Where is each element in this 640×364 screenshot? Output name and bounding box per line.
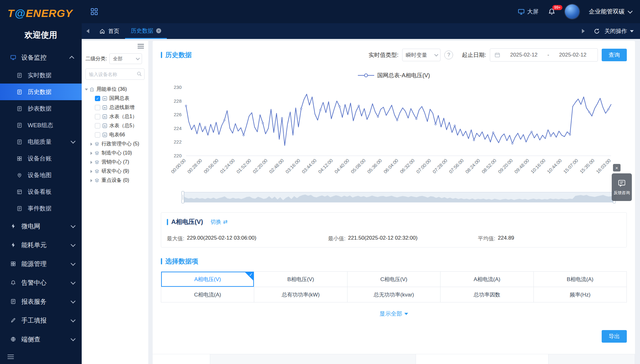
max-stat: 最大值: 229.00(2025-02-12 03:06:00) [167, 235, 328, 242]
avatar[interactable] [565, 4, 579, 19]
feedback-label: 反馈咨询 [614, 190, 630, 196]
table-header-cell [416, 354, 549, 364]
sidebar-item-8[interactable]: 设备看板 [0, 183, 82, 200]
sidebar-item-14[interactable]: 报表服务 [0, 292, 82, 311]
tree-group-4[interactable]: 重点设备 (0) [85, 176, 145, 185]
export-button[interactable]: 导出 [602, 330, 627, 343]
data-item-1[interactable]: B相电压(V) [254, 272, 347, 287]
checkbox[interactable] [95, 132, 100, 138]
help-icon[interactable]: ? [444, 51, 453, 59]
data-item-8[interactable]: 总功率因数 [440, 287, 533, 302]
svg-text:01:24:00: 01:24:00 [219, 158, 236, 174]
logo-text-t: T [8, 7, 14, 19]
selector-title-label: 选择数据项 [165, 257, 198, 266]
tabs-scroll-right[interactable] [577, 23, 589, 39]
realtime-type-select[interactable]: 瞬时变量 [402, 49, 440, 61]
data-item-label: B相电压(V) [287, 276, 314, 283]
svg-text:07:28:00: 07:28:00 [431, 158, 448, 174]
sidebar-item-15[interactable]: 手工填报 [0, 311, 82, 330]
stats-title: A相电压(V) [167, 218, 203, 226]
min-value: 221.50(2025-02-12 02:32:00) [348, 235, 418, 242]
checkbox[interactable] [95, 114, 100, 119]
sidebar-item-6[interactable]: 设备台账 [0, 150, 82, 167]
sidebar-item-1[interactable]: 实时数据 [0, 67, 82, 84]
switch-metric-link[interactable]: 切换 ⇄ [211, 218, 227, 225]
tree-group-2[interactable]: 营销中心 (7) [85, 158, 145, 167]
data-item-5[interactable]: C相电流(A) [161, 287, 254, 302]
chevron-down-icon [136, 56, 140, 60]
sidebar-item-7[interactable]: 设备地图 [0, 167, 82, 183]
logo-text-at: @ [15, 7, 25, 19]
sidebar-item-16[interactable]: 端侧查 [0, 330, 82, 349]
svg-text:16:03:00: 16:03:00 [595, 158, 612, 174]
chevron-down-icon [71, 317, 76, 322]
svg-text:07:56:00: 07:56:00 [448, 158, 465, 174]
tree-collapse-icon[interactable] [138, 46, 144, 46]
data-item-9[interactable]: 频率(Hz) [534, 287, 627, 302]
checkbox[interactable] [95, 105, 100, 110]
device-search-input[interactable] [85, 68, 145, 80]
tree-group-0[interactable]: 行政管理中心 (5) [85, 139, 145, 149]
sidebar-item-5[interactable]: 电能质量 [0, 133, 82, 150]
sidebar-item-label: WEB组态 [28, 121, 53, 129]
tab-history-data[interactable]: 历史数据 × [125, 23, 167, 39]
feedback-widget[interactable]: 反馈咨询 [612, 173, 632, 201]
tab-home[interactable]: 首页 [94, 23, 125, 39]
tree-device-4[interactable]: 电表66 [85, 130, 145, 139]
collapse-sidebar-icon[interactable] [8, 356, 14, 357]
chart-legend[interactable]: 国网总表-A相电压(V) [153, 72, 635, 79]
query-button[interactable]: 查询 [602, 49, 627, 61]
history-line-chart[interactable]: 22022222422622823000:00:0000:28:0000:56:… [161, 82, 627, 207]
feedback-close-button[interactable]: × [613, 164, 621, 171]
tree-device-1[interactable]: 总进线新增 [85, 103, 145, 112]
big-screen-button[interactable]: 大屏 [518, 8, 539, 15]
sidebar-item-11[interactable]: 能耗单元 [0, 236, 82, 254]
sidebar-item-0[interactable]: 设备监控 [0, 48, 82, 67]
sidebar-item-12[interactable]: 能源管理 [0, 254, 82, 273]
sidebar-item-13[interactable]: 告警中心 [0, 273, 82, 292]
category-filter-label: 二级分类: [85, 56, 107, 62]
start-date[interactable]: 2025-02-12 [503, 52, 544, 58]
svg-text:03:16:00: 03:16:00 [284, 158, 301, 174]
category-select[interactable]: 全部 [109, 53, 142, 64]
sidebar-item-2[interactable]: 历史数据 [0, 84, 82, 100]
data-item-3[interactable]: A相电流(A) [440, 272, 533, 287]
sidebar-item-3[interactable]: 抄表数据 [0, 100, 82, 117]
date-range-picker[interactable]: 2025-02-12 - 2025-02-12 [490, 48, 598, 62]
tree-group-label: 行政管理中心 (5) [101, 141, 139, 147]
close-tab-icon[interactable]: × [156, 28, 161, 33]
sidebar-item-9[interactable]: 事件数据 [0, 200, 82, 217]
building-icon [90, 87, 94, 92]
triangle-right-icon [582, 29, 585, 33]
checkbox[interactable]: ✓ [95, 96, 100, 101]
notifications-button[interactable]: 99+ [548, 8, 555, 15]
show-all-label: 显示全部 [380, 310, 402, 318]
sidebar-item-10[interactable]: 微电网 [0, 217, 82, 236]
apps-grid-icon[interactable] [90, 8, 98, 15]
checkbox[interactable] [95, 123, 100, 128]
org-switcher[interactable]: 企业能管双碳 [589, 8, 631, 16]
tree-device-2[interactable]: 水表（总1） [85, 112, 145, 121]
calendar-icon [495, 52, 500, 58]
logo-text-energy: ENERGY [26, 7, 73, 19]
tree-device-3[interactable]: 水表（总5） [85, 121, 145, 130]
max-value: 229.00(2025-02-12 03:06:00) [187, 235, 256, 242]
show-all-toggle[interactable]: 显示全部 [153, 310, 635, 318]
close-operations-dropdown[interactable]: 关闭操作 [604, 27, 634, 35]
tabs-scroll-left[interactable] [82, 23, 94, 39]
refresh-icon[interactable] [594, 28, 600, 35]
data-item-4[interactable]: B相电流(A) [534, 272, 627, 287]
tree-device-label: 水表（总5） [109, 122, 137, 129]
end-date[interactable]: 2025-02-12 [552, 52, 593, 58]
tree-group-3[interactable]: 研发中心 (9) [85, 167, 145, 176]
data-item-0[interactable]: A相电压(V)✓ [161, 272, 254, 287]
sidebar-item-4[interactable]: WEB组态 [0, 117, 82, 133]
svg-text:05:36:00: 05:36:00 [366, 158, 383, 174]
tree-root[interactable]: 用能单位 (36) [85, 85, 145, 94]
sidebar-item-label: 端侧查 [21, 335, 40, 344]
tree-device-0[interactable]: ✓国网总表 [85, 94, 145, 103]
tree-group-1[interactable]: 制造中心 (10) [85, 149, 145, 158]
data-item-2[interactable]: C相电压(V) [347, 272, 440, 287]
data-item-7[interactable]: 总无功功率(kvar) [347, 287, 440, 302]
data-item-6[interactable]: 总有功功率(kW) [254, 287, 347, 302]
